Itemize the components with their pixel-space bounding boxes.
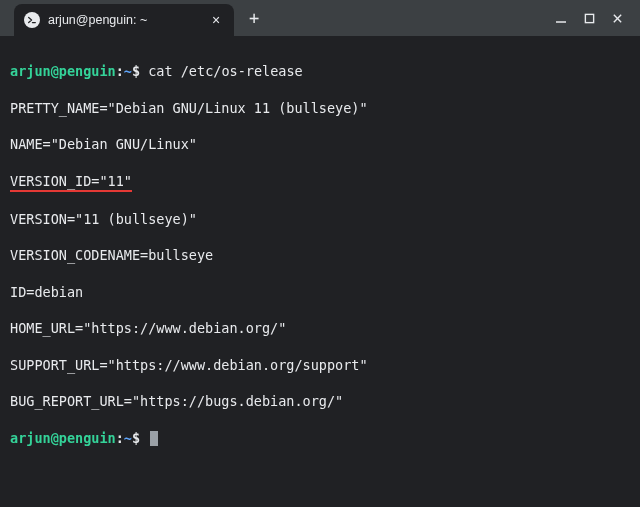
prompt-separator: :: [116, 63, 124, 79]
close-window-button[interactable]: [610, 11, 624, 25]
prompt-path: ~: [124, 63, 132, 79]
terminal-icon: [24, 12, 40, 28]
prompt-line-1: arjun@penguin:~$ cat /etc/os-release: [10, 62, 630, 80]
prompt-symbol: $: [132, 430, 140, 446]
output-line: VERSION="11 (bullseye)": [10, 210, 630, 228]
titlebar: arjun@penguin: ~ × +: [0, 0, 640, 36]
prompt-line-2: arjun@penguin:~$: [10, 429, 630, 447]
output-line: PRETTY_NAME="Debian GNU/Linux 11 (bullse…: [10, 99, 630, 117]
terminal-output[interactable]: arjun@penguin:~$ cat /etc/os-release PRE…: [0, 36, 640, 473]
output-line: BUG_REPORT_URL="https://bugs.debian.org/…: [10, 392, 630, 410]
window-controls: [554, 11, 630, 25]
svg-rect-2: [585, 14, 593, 22]
output-line: SUPPORT_URL="https://www.debian.org/supp…: [10, 356, 630, 374]
prompt-user-host: arjun@penguin: [10, 63, 116, 79]
new-tab-button[interactable]: +: [240, 4, 268, 32]
tab-close-button[interactable]: ×: [208, 12, 224, 28]
prompt-separator: :: [116, 430, 124, 446]
cursor-block: [150, 431, 158, 446]
output-line: VERSION_CODENAME=bullseye: [10, 246, 630, 264]
prompt-symbol: $: [132, 63, 140, 79]
command-text: cat /etc/os-release: [148, 63, 302, 79]
prompt-user-host: arjun@penguin: [10, 430, 116, 446]
minimize-button[interactable]: [554, 11, 568, 25]
tab-active[interactable]: arjun@penguin: ~ ×: [14, 4, 234, 36]
output-line-highlighted: VERSION_ID="11": [10, 172, 630, 192]
maximize-button[interactable]: [582, 11, 596, 25]
highlighted-text: VERSION_ID="11": [10, 172, 132, 192]
output-line: ID=debian: [10, 283, 630, 301]
output-line: NAME="Debian GNU/Linux": [10, 135, 630, 153]
output-line: HOME_URL="https://www.debian.org/": [10, 319, 630, 337]
tab-title: arjun@penguin: ~: [48, 13, 200, 27]
prompt-path: ~: [124, 430, 132, 446]
